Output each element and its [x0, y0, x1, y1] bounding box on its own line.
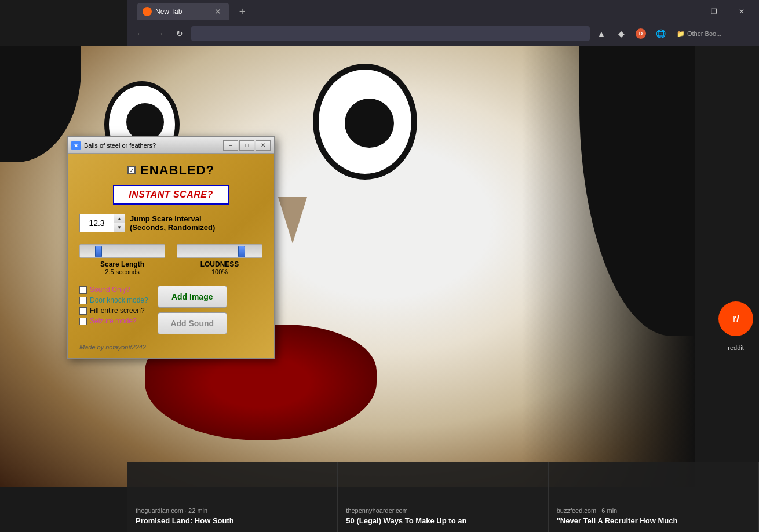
- sliders-row: Scare Length 2.5 seconds LOUDNESS 100%: [79, 244, 262, 275]
- browser-top-bar: New Tab ✕ + – ❐ ✕: [127, 0, 759, 23]
- door-knock-row: Door knock mode?: [79, 296, 148, 304]
- checkboxes-area: Sound Only? Door knock mode? Fill entire…: [79, 286, 262, 334]
- app-icon: ★: [71, 141, 81, 150]
- door-knock-label: Door knock mode?: [90, 296, 148, 304]
- scare-length-thumb[interactable]: [95, 246, 102, 257]
- app-titlebar: ★ Balls of steel or feathers? – □ ✕: [68, 137, 274, 154]
- interval-input[interactable]: [79, 214, 114, 232]
- app-window-controls: – □ ✕: [223, 140, 271, 151]
- loudness-value: 100%: [211, 268, 228, 275]
- scare-length-label: Scare Length: [100, 260, 144, 268]
- interval-label: Jump Scare Interval (Seconds, Randomized…: [130, 214, 215, 232]
- app-title: Balls of steel or feathers?: [84, 142, 220, 149]
- seizure-label: Seizure mode?: [90, 317, 137, 325]
- shield-icon[interactable]: ◆: [613, 25, 629, 42]
- minimize-button[interactable]: –: [673, 2, 699, 21]
- news-title-0: Promised Land: How South: [136, 516, 329, 526]
- sound-only-label: Sound Only?: [90, 286, 130, 294]
- tab-title: New Tab: [155, 8, 209, 16]
- news-card-2[interactable]: buzzfeed.com · 6 min "Never Tell A Recru…: [549, 462, 759, 532]
- add-image-button[interactable]: Add Image: [158, 286, 227, 308]
- firefox-favicon: [143, 7, 152, 16]
- scare-length-track[interactable]: [79, 244, 165, 258]
- new-tab-button[interactable]: +: [234, 3, 250, 20]
- duckduckgo-icon[interactable]: D: [633, 25, 649, 42]
- browser-chrome: New Tab ✕ + – ❐ ✕ ← → ↻ ▲ ◆ D 🌐 📁 Other …: [127, 0, 759, 46]
- reddit-sidebar: r/ reddit: [718, 301, 753, 351]
- reddit-label: reddit: [728, 344, 744, 351]
- folder-icon: 📁: [677, 30, 685, 38]
- enabled-row: ✓ ENABLED?: [79, 163, 262, 178]
- window-controls: – ❐ ✕: [673, 2, 754, 21]
- door-knock-checkbox[interactable]: [79, 297, 87, 304]
- globe-icon[interactable]: 🌐: [652, 25, 669, 42]
- sync-icon[interactable]: ▲: [593, 25, 610, 42]
- forward-button[interactable]: →: [152, 25, 168, 42]
- back-button[interactable]: ←: [132, 25, 148, 42]
- seizure-checkbox[interactable]: [79, 318, 87, 325]
- toolbar-icons: ▲ ◆ D 🌐: [593, 25, 669, 42]
- eye-right: [313, 64, 417, 180]
- interval-label-line2: (Seconds, Randomized): [130, 223, 215, 232]
- dark-overlay: [521, 46, 695, 487]
- seizure-row: Seizure mode?: [79, 317, 148, 325]
- app-window: ★ Balls of steel or feathers? – □ ✕ ✓ EN…: [67, 136, 275, 359]
- news-source-0: theguardian.com · 22 min: [136, 507, 329, 514]
- reload-button[interactable]: ↻: [171, 25, 188, 42]
- fill-screen-checkbox[interactable]: [79, 307, 87, 315]
- maximize-button[interactable]: ❐: [701, 2, 727, 21]
- tab-bar: New Tab ✕ +: [132, 1, 671, 22]
- close-button[interactable]: ✕: [729, 2, 754, 21]
- loudness-label: LOUDNESS: [200, 260, 239, 268]
- active-tab[interactable]: New Tab ✕: [137, 3, 229, 20]
- app-minimize-btn[interactable]: –: [223, 140, 238, 151]
- news-title-1: 50 (Legal) Ways To Make Up to an: [346, 516, 539, 526]
- interval-spinbox: ▲ ▼: [79, 214, 125, 232]
- nose: [278, 197, 307, 243]
- loudness-slider-group: LOUDNESS 100%: [177, 244, 262, 275]
- spinbox-down-arrow[interactable]: ▼: [114, 223, 125, 232]
- news-source-2: buzzfeed.com · 6 min: [557, 507, 750, 514]
- scare-length-value: 2.5 seconds: [105, 268, 139, 275]
- sound-only-row: Sound Only?: [79, 286, 148, 294]
- spinbox-up-arrow[interactable]: ▲: [114, 214, 125, 223]
- checkboxes-col: Sound Only? Door knock mode? Fill entire…: [79, 286, 148, 334]
- news-title-2: "Never Tell A Recruiter How Much: [557, 516, 750, 526]
- app-body: ✓ ENABLED? INSTANT SCARE? ▲ ▼ Jump Scare…: [68, 154, 274, 358]
- scare-length-slider-group: Scare Length 2.5 seconds: [79, 244, 165, 275]
- url-bar[interactable]: [191, 26, 590, 41]
- loudness-track[interactable]: [177, 244, 262, 258]
- fill-screen-row: Fill entire screen?: [79, 307, 148, 315]
- fill-screen-label: Fill entire screen?: [90, 307, 145, 315]
- news-cards: theguardian.com · 22 min Promised Land: …: [127, 462, 759, 532]
- tab-close-btn[interactable]: ✕: [212, 6, 224, 17]
- news-card-0[interactable]: theguardian.com · 22 min Promised Land: …: [127, 462, 338, 532]
- reddit-button[interactable]: r/: [718, 301, 753, 336]
- news-source-1: thepennyhoarder.com: [346, 507, 539, 514]
- buttons-col: Add Image Add Sound: [158, 286, 227, 334]
- spinbox-arrows: ▲ ▼: [114, 214, 125, 232]
- credit-text: Made by notayon#2242: [79, 344, 262, 351]
- enabled-label: ENABLED?: [140, 163, 214, 178]
- instant-scare-button[interactable]: INSTANT SCARE?: [113, 185, 229, 205]
- bookmarks-toolbar: 📁 Other Boo...: [672, 28, 736, 40]
- loudness-thumb[interactable]: [238, 246, 245, 257]
- news-card-1[interactable]: thepennyhoarder.com 50 (Legal) Ways To M…: [338, 462, 548, 532]
- enabled-checkbox[interactable]: ✓: [127, 166, 136, 174]
- bookmarks-label: Other Boo...: [687, 30, 721, 37]
- app-maximize-btn[interactable]: □: [239, 140, 254, 151]
- sound-only-checkbox[interactable]: [79, 286, 87, 294]
- interval-row: ▲ ▼ Jump Scare Interval (Seconds, Random…: [79, 214, 262, 232]
- interval-label-line1: Jump Scare Interval: [130, 214, 215, 223]
- add-sound-button[interactable]: Add Sound: [158, 312, 227, 334]
- app-close-btn[interactable]: ✕: [256, 140, 271, 151]
